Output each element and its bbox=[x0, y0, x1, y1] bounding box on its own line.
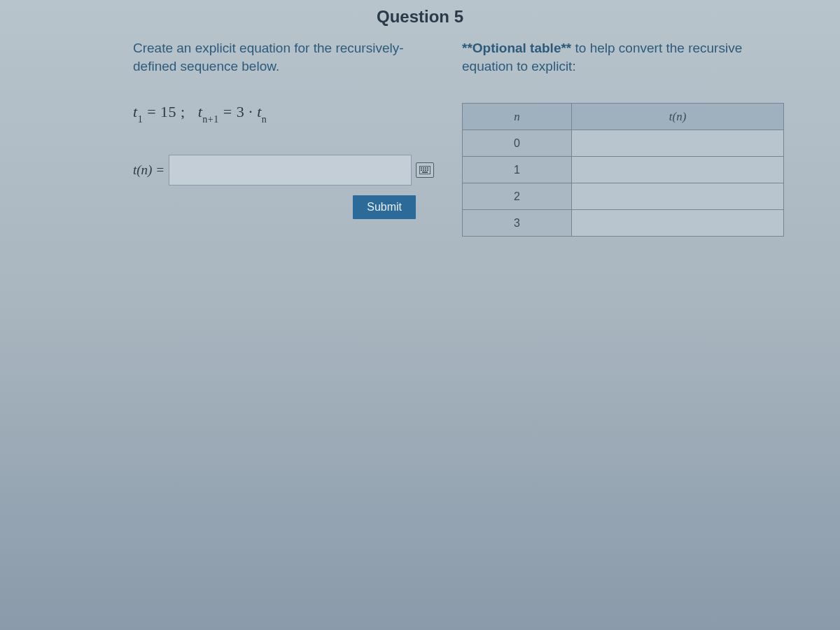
cell-tn-3[interactable] bbox=[572, 210, 784, 237]
svg-rect-4 bbox=[427, 167, 428, 169]
svg-rect-5 bbox=[421, 169, 422, 171]
cell-n-2: 2 bbox=[463, 183, 572, 210]
table-row: 2 bbox=[463, 183, 784, 210]
prompt-text: Create an explicit equation for the recu… bbox=[133, 39, 434, 75]
eq-tn-sub: n bbox=[262, 114, 267, 125]
cell-n-0: 0 bbox=[463, 130, 572, 157]
answer-label: t(n) = bbox=[133, 162, 164, 178]
helper-table: n t(n) 0 1 2 3 bbox=[462, 103, 784, 237]
eq-eq2: = bbox=[223, 103, 237, 120]
answer-input[interactable] bbox=[169, 155, 412, 186]
table-row: 3 bbox=[463, 210, 784, 237]
recursive-equation: t1 = 15 ; tn+1 = 3 · tn bbox=[133, 103, 434, 123]
eq-t1-sub: 1 bbox=[138, 114, 144, 125]
cell-tn-0[interactable] bbox=[572, 130, 784, 157]
eq-tn-var: t bbox=[257, 103, 262, 120]
cell-tn-2[interactable] bbox=[572, 183, 784, 210]
eq-tnext-sub: n+1 bbox=[202, 114, 218, 125]
svg-rect-7 bbox=[425, 169, 426, 171]
eq-dot: · bbox=[248, 103, 257, 120]
table-row: 0 bbox=[463, 130, 784, 157]
question-title: Question 5 bbox=[21, 7, 819, 27]
svg-rect-6 bbox=[423, 169, 424, 171]
left-column: Create an explicit equation for the recu… bbox=[133, 39, 434, 237]
submit-button[interactable]: Submit bbox=[353, 195, 416, 219]
eq-t1-var: t bbox=[133, 103, 138, 120]
answer-row: t(n) = bbox=[133, 155, 434, 186]
svg-rect-2 bbox=[423, 167, 424, 169]
svg-rect-8 bbox=[427, 169, 428, 171]
eq-sep: ; bbox=[181, 103, 198, 120]
cell-tn-1[interactable] bbox=[572, 157, 784, 183]
content-row: Create an explicit equation for the recu… bbox=[21, 39, 819, 237]
keypad-icon[interactable] bbox=[416, 162, 434, 178]
svg-rect-1 bbox=[421, 167, 422, 169]
eq-t1-val: 15 bbox=[160, 103, 176, 120]
cell-n-3: 3 bbox=[463, 210, 572, 237]
optional-bold: **Optional table** bbox=[462, 41, 571, 55]
svg-rect-9 bbox=[422, 172, 428, 173]
cell-n-1: 1 bbox=[463, 157, 572, 183]
table-row: 1 bbox=[463, 157, 784, 183]
submit-row: Submit bbox=[133, 195, 434, 219]
eq-coef: 3 bbox=[237, 103, 245, 120]
header-tn: t(n) bbox=[572, 104, 784, 130]
eq-eq1: = bbox=[147, 103, 160, 120]
right-column: **Optional table** to help convert the r… bbox=[462, 39, 784, 237]
table-header-row: n t(n) bbox=[463, 104, 784, 130]
optional-table-intro: **Optional table** to help convert the r… bbox=[462, 39, 784, 75]
svg-rect-3 bbox=[425, 167, 426, 169]
header-n: n bbox=[463, 104, 572, 130]
